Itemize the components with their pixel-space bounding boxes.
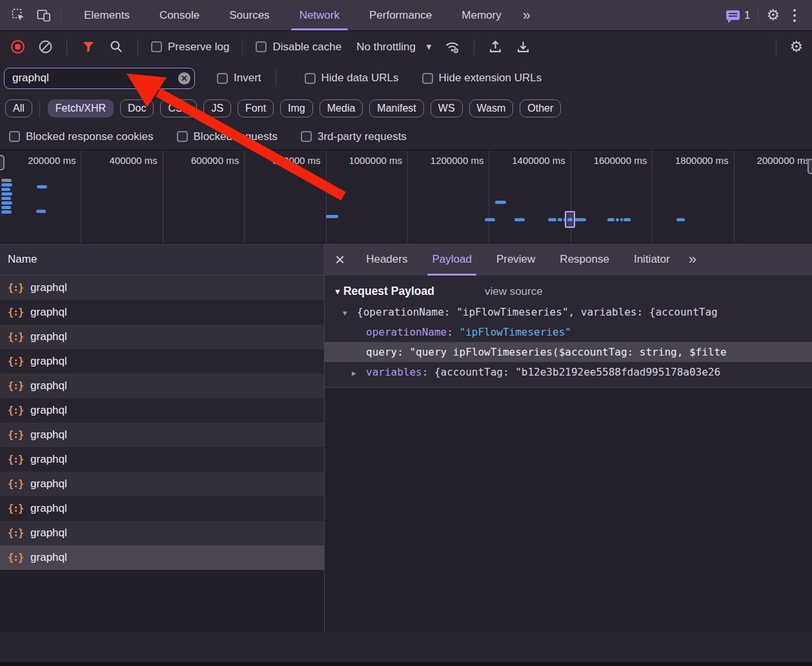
- timeline-left-handle[interactable]: [0, 155, 5, 170]
- network-activity-bar: [676, 218, 685, 221]
- timeline-right-handle[interactable]: [807, 159, 812, 174]
- request-row[interactable]: {:} graphql: [0, 472, 324, 496]
- network-activity-bar: [1, 192, 12, 196]
- resource-type-chip[interactable]: Manifest: [369, 99, 423, 117]
- throttling-value: No throttling: [356, 41, 416, 54]
- export-har-icon[interactable]: [515, 39, 532, 56]
- import-har-icon[interactable]: [487, 39, 504, 56]
- network-conditions-icon[interactable]: [444, 39, 461, 56]
- payload-segment: :: [397, 346, 409, 358]
- details-tab[interactable]: Payload: [420, 243, 483, 276]
- request-name: graphql: [30, 330, 67, 343]
- network-activity-bar: [574, 218, 586, 221]
- main-tab[interactable]: Elements: [69, 0, 145, 30]
- extra-filter-label: Blocked requests: [194, 130, 278, 143]
- main-tab[interactable]: Sources: [214, 0, 284, 30]
- disclosure-triangle-icon[interactable]: ▶: [352, 363, 366, 382]
- name-column-header[interactable]: Name: [0, 243, 324, 276]
- hide-extension-urls-label: Hide extension URLs: [439, 72, 542, 85]
- payload-section-header[interactable]: ▼ Request Payload view source: [325, 276, 812, 302]
- request-row[interactable]: {:} graphql: [0, 496, 324, 521]
- main-tab[interactable]: Memory: [447, 0, 516, 30]
- console-messages-badge[interactable]: 1: [726, 9, 750, 22]
- resource-type-chip[interactable]: Img: [280, 99, 313, 117]
- network-activity-bar: [548, 218, 556, 221]
- resource-type-chip[interactable]: Other: [520, 99, 561, 117]
- divider: [276, 70, 276, 86]
- payload-line[interactable]: operationName: "ipFlowTimeseries": [325, 322, 812, 342]
- preserve-log-checkbox[interactable]: [151, 41, 162, 52]
- network-activity-bar: [607, 218, 614, 221]
- details-tab[interactable]: Headers: [354, 243, 420, 276]
- network-overview-timeline[interactable]: 200000 ms 400000 ms 600000 ms 800000 ms …: [0, 150, 812, 243]
- disclosure-triangle-icon[interactable]: ▼: [343, 303, 357, 322]
- throttling-select[interactable]: No throttling ▼: [356, 41, 433, 54]
- details-tab[interactable]: Initiator: [622, 243, 682, 276]
- view-source-link[interactable]: view source: [485, 285, 543, 298]
- request-row[interactable]: {:} graphql: [0, 521, 324, 545]
- main-tab[interactable]: Network: [285, 0, 354, 30]
- resource-type-chip[interactable]: JS: [203, 99, 231, 117]
- clear-filter-icon[interactable]: ✕: [178, 72, 190, 85]
- timeline-bars: [0, 150, 812, 243]
- request-row[interactable]: {:} graphql: [0, 349, 324, 374]
- more-details-tabs-icon[interactable]: »: [682, 252, 703, 267]
- filter-input[interactable]: [4, 68, 195, 89]
- invert-checkbox[interactable]: [217, 73, 228, 84]
- resource-type-chip[interactable]: Wasm: [469, 99, 514, 117]
- filter-funnel-icon[interactable]: [80, 39, 97, 56]
- record-network-log-icon[interactable]: [9, 39, 26, 56]
- request-row[interactable]: {:} graphql: [0, 325, 324, 349]
- extra-filter-checkbox[interactable]: [177, 131, 188, 142]
- payload-line[interactable]: query: "query ipFlowTimeseries($accountT…: [325, 342, 812, 362]
- hide-data-urls-checkbox[interactable]: [305, 73, 316, 84]
- main-tab[interactable]: Performance: [354, 0, 447, 30]
- request-row[interactable]: {:} graphql: [0, 423, 324, 447]
- extra-filters-row: Blocked response cookies Blocked request…: [0, 123, 812, 150]
- json-braces-icon: {:}: [8, 527, 23, 539]
- network-activity-bar: [1, 197, 11, 200]
- resource-type-chip[interactable]: Font: [238, 99, 274, 117]
- extra-filter-toggle: 3rd-party requests: [301, 130, 407, 143]
- request-row[interactable]: {:} graphql: [0, 398, 324, 423]
- request-row[interactable]: {:} graphql: [0, 374, 324, 398]
- resource-type-chip[interactable]: Media: [320, 99, 363, 117]
- request-row[interactable]: {:} graphql: [0, 447, 324, 472]
- payload-line[interactable]: ▶variables: {accountTag: "b12e3b2192ee55…: [325, 362, 812, 382]
- payload-tree: ▼{operationName: "ipFlowTimeseries", var…: [325, 302, 812, 382]
- more-panels-icon[interactable]: »: [516, 8, 537, 23]
- main-tabs: ElementsConsoleSourcesNetworkPerformance…: [69, 0, 516, 30]
- resource-type-chip[interactable]: WS: [431, 99, 463, 117]
- extra-filter-checkbox[interactable]: [9, 131, 20, 142]
- divider: [758, 7, 758, 24]
- resource-type-chip[interactable]: All: [5, 99, 32, 117]
- resource-type-chip[interactable]: CSS: [160, 99, 197, 117]
- timeline-selection-marker[interactable]: [565, 211, 575, 228]
- hide-extension-urls-checkbox[interactable]: [422, 73, 433, 84]
- close-details-icon[interactable]: ×: [329, 251, 354, 268]
- section-disclosure-triangle-icon[interactable]: ▼: [334, 287, 341, 296]
- network-activity-bar: [495, 201, 506, 204]
- main-tab[interactable]: Console: [145, 0, 214, 30]
- extra-filter-toggle: Blocked response cookies: [9, 130, 154, 143]
- extra-filter-checkbox[interactable]: [301, 131, 312, 142]
- network-settings-gear-icon[interactable]: ⚙: [789, 39, 803, 54]
- resource-type-chip[interactable]: Doc: [120, 99, 154, 117]
- disable-cache-checkbox[interactable]: [256, 41, 267, 52]
- request-row[interactable]: {:} graphql: [0, 545, 324, 570]
- kebab-menu-icon[interactable]: [786, 7, 803, 24]
- details-tab[interactable]: Preview: [484, 243, 547, 276]
- resource-type-chip[interactable]: Fetch/XHR: [48, 99, 114, 117]
- settings-gear-icon[interactable]: ⚙: [766, 8, 780, 23]
- payload-line[interactable]: ▼{operationName: "ipFlowTimeseries", var…: [325, 302, 812, 322]
- request-row[interactable]: {:} graphql: [0, 276, 324, 300]
- json-braces-icon: {:}: [8, 307, 23, 318]
- device-toolbar-icon[interactable]: [35, 6, 53, 25]
- inspect-element-icon[interactable]: [9, 6, 27, 25]
- json-braces-icon: {:}: [8, 454, 23, 465]
- details-tab[interactable]: Response: [547, 243, 622, 276]
- network-activity-bar: [37, 185, 47, 188]
- search-icon[interactable]: [108, 39, 125, 56]
- request-row[interactable]: {:} graphql: [0, 300, 324, 325]
- clear-network-log-icon[interactable]: [37, 39, 54, 56]
